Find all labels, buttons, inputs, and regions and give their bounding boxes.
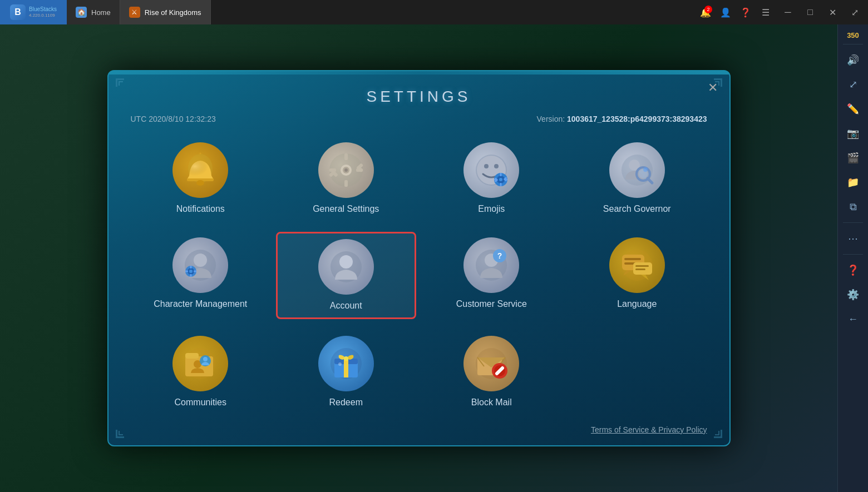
- svg-rect-8: [344, 180, 348, 187]
- svg-point-21: [499, 178, 502, 181]
- sidebar-copy-icon[interactable]: ⧉: [842, 196, 864, 218]
- sidebar-volume-icon[interactable]: 🔊: [842, 49, 864, 71]
- communities-label: Communities: [175, 397, 226, 409]
- taskbar: B BlueStacks 4.220.0.1109 🏠 Home ⚔ Rise …: [0, 0, 868, 24]
- svg-rect-59: [635, 269, 645, 270]
- svg-rect-58: [635, 265, 649, 267]
- character-label: Character Management: [154, 299, 247, 310]
- svg-point-2: [196, 180, 204, 186]
- expand-button[interactable]: ⤢: [846, 3, 864, 21]
- svg-point-72: [338, 362, 342, 366]
- communities-icon: [172, 336, 228, 391]
- blockmail-label: Block Mail: [471, 397, 512, 409]
- maximize-button[interactable]: □: [799, 0, 821, 24]
- sidebar-back-icon[interactable]: ←: [842, 308, 864, 330]
- settings-item-communities[interactable]: Communities: [131, 330, 271, 414]
- menu-button[interactable]: ☰: [757, 3, 775, 21]
- settings-item-redeem[interactable]: Redeem: [276, 330, 416, 414]
- corner-tl: [113, 76, 141, 103]
- sidebar-video-icon[interactable]: 🎬: [842, 147, 864, 169]
- settings-item-notifications[interactable]: Notifications: [131, 137, 271, 221]
- bluestacks-logo[interactable]: B BlueStacks 4.220.0.1109: [0, 0, 67, 24]
- character-icon: [172, 237, 228, 293]
- customer-icon: ?: [463, 237, 519, 293]
- svg-point-18: [494, 164, 499, 168]
- sidebar-divider-2: [843, 222, 863, 223]
- settings-dialog: ✕ SETTINGS UTC 2020/8/10 12:32:23 Versio…: [107, 70, 731, 446]
- window-controls: ─ □ ✕: [777, 0, 844, 24]
- redeem-icon: [318, 336, 374, 391]
- svg-rect-70: [344, 359, 348, 377]
- language-label: Language: [617, 299, 657, 310]
- sidebar-settings-icon[interactable]: ⚙️: [842, 284, 864, 306]
- tab-home[interactable]: 🏠 Home: [67, 0, 120, 24]
- terms-link[interactable]: Terms of Service & Privacy Policy: [131, 425, 707, 434]
- sidebar-screenshot-icon[interactable]: 📷: [842, 122, 864, 145]
- dialog-title: SETTINGS: [131, 88, 707, 106]
- search-governor-label: Search Governor: [603, 203, 671, 215]
- blockmail-icon: [463, 336, 519, 391]
- svg-text:?: ?: [497, 251, 502, 260]
- settings-item-blockmail[interactable]: Block Mail: [422, 330, 562, 414]
- settings-item-emojis[interactable]: Emojis: [422, 137, 562, 221]
- emojis-label: Emojis: [478, 203, 505, 215]
- general-settings-label: General Settings: [313, 203, 379, 215]
- general-settings-icon: [318, 142, 374, 198]
- game-icon: ⚔: [129, 7, 140, 18]
- sidebar-more-icon[interactable]: ⋯: [842, 227, 864, 250]
- notifications-label: Notifications: [176, 203, 225, 215]
- dialog-meta: UTC 2020/8/10 12:32:23 Version: 1003617_…: [131, 115, 707, 123]
- minimize-button[interactable]: ─: [777, 0, 799, 24]
- bluestacks-icon: B: [10, 4, 26, 20]
- svg-point-66: [203, 357, 208, 361]
- sidebar-question-icon[interactable]: ❓: [842, 259, 864, 281]
- dialog-close-button[interactable]: ✕: [703, 78, 723, 98]
- notification-badge: 2: [704, 6, 712, 13]
- svg-point-37: [194, 254, 207, 267]
- corner-bl: [113, 413, 141, 441]
- notification-button[interactable]: 🔔 2: [697, 3, 714, 21]
- svg-rect-41: [190, 266, 192, 269]
- svg-point-71: [344, 356, 348, 361]
- svg-rect-54: [624, 258, 641, 260]
- sidebar-divider-1: [843, 44, 863, 44]
- dialog-overlay: ✕ SETTINGS UTC 2020/8/10 12:32:23 Versio…: [0, 24, 837, 492]
- redeem-label: Redeem: [329, 397, 363, 409]
- settings-item-account[interactable]: Account: [276, 232, 416, 319]
- settings-item-customer[interactable]: ? Customer Service: [422, 232, 562, 319]
- settings-item-character[interactable]: Character Management: [131, 232, 271, 319]
- tab-home-label: Home: [91, 8, 111, 17]
- svg-rect-23: [500, 183, 502, 186]
- settings-grid: Notifications: [131, 137, 707, 414]
- emojis-icon: [463, 142, 519, 198]
- svg-line-34: [648, 178, 652, 183]
- sidebar-draw-icon[interactable]: ✏️: [842, 98, 864, 120]
- sidebar-expand-icon[interactable]: ⤢: [842, 73, 864, 96]
- settings-item-language[interactable]: Language: [567, 232, 707, 319]
- tab-game-label: Rise of Kingdoms: [145, 8, 201, 17]
- account-button[interactable]: 👤: [717, 3, 734, 21]
- svg-rect-22: [500, 173, 502, 176]
- corner-br: [697, 413, 725, 441]
- right-sidebar: 350 🔊 ⤢ ✏️ 📷 🎬 📁 ⧉ ⋯ ❓ ⚙️ ←: [837, 24, 868, 492]
- sidebar-folder-icon[interactable]: 📁: [842, 171, 864, 193]
- dialog-version: Version: 1003617_123528:p64299373:382934…: [537, 115, 707, 123]
- help-button[interactable]: ❓: [737, 3, 754, 21]
- bluestacks-name: BlueStacks 4.220.0.1109: [29, 6, 57, 18]
- svg-rect-7: [344, 153, 348, 160]
- svg-rect-44: [185, 271, 188, 272]
- coins-display: 350: [847, 31, 859, 39]
- settings-item-search-governor[interactable]: Search Governor: [567, 137, 707, 221]
- svg-point-6: [344, 168, 348, 172]
- svg-point-35: [643, 167, 648, 172]
- account-icon: [318, 239, 374, 295]
- settings-item-general[interactable]: General Settings: [276, 137, 416, 221]
- svg-rect-42: [190, 274, 192, 277]
- dialog-timestamp: UTC 2020/8/10 12:32:23: [131, 115, 216, 123]
- svg-point-46: [339, 255, 353, 269]
- search-governor-icon: [609, 142, 665, 198]
- sidebar-divider-3: [843, 254, 863, 255]
- customer-label: Customer Service: [456, 299, 527, 310]
- tab-game[interactable]: ⚔ Rise of Kingdoms: [120, 0, 211, 24]
- close-window-button[interactable]: ✕: [821, 0, 844, 24]
